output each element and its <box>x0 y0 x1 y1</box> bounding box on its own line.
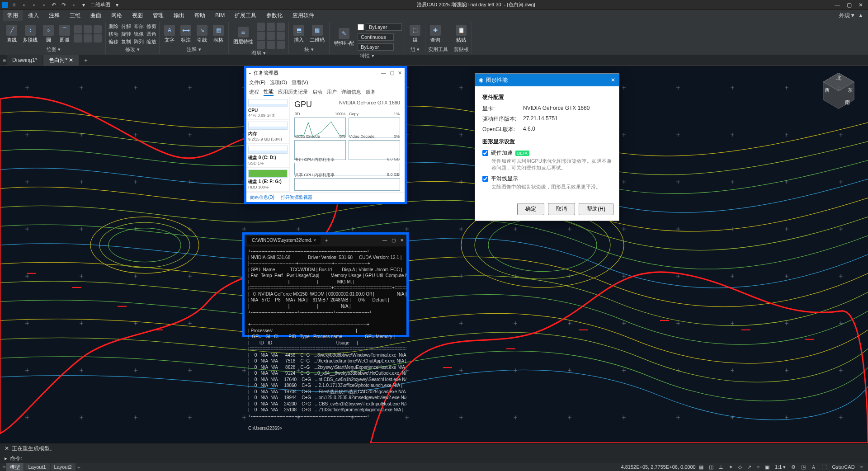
qat-save-icon[interactable]: ▫ <box>41 2 47 8</box>
panel-block-label[interactable]: 块 ▾ <box>292 45 326 53</box>
tm-tab-perf[interactable]: 性能 <box>264 88 274 96</box>
gdlg-smooth-checkbox[interactable]: 平滑线显示 <box>482 175 612 183</box>
ribbon-tab-3d[interactable]: 三维 <box>65 10 85 21</box>
cmd-scale[interactable]: 缩放 <box>146 38 156 45</box>
status-scale[interactable]: 1:1 ▾ <box>773 464 788 470</box>
status-iso-icon[interactable]: ◳ <box>799 464 808 470</box>
panel-layer-label[interactable]: 图层 ▾ <box>231 49 286 57</box>
panel-clip-label[interactable]: 剪贴板 <box>454 45 469 53</box>
cmd-fillet[interactable]: 圆角 <box>146 31 156 38</box>
tm-tab-start[interactable]: 启动 <box>312 89 322 95</box>
tm-openmon-link[interactable]: 打开资源监视器 <box>281 194 312 201</box>
close-button[interactable]: ✕ <box>855 1 866 9</box>
ribbon-tab-parametric[interactable]: 参数化 <box>262 10 287 21</box>
qat-open-icon[interactable]: ▫ <box>31 2 37 8</box>
qat-dropdown-icon[interactable]: ▾ <box>80 2 87 8</box>
cmd-run-icon[interactable]: ▸ <box>5 455 7 462</box>
menu-icon[interactable]: ≡ <box>11 2 17 8</box>
ribbon-tab-mesh[interactable]: 网格 <box>107 10 127 21</box>
qat-new-icon[interactable]: ▫ <box>21 2 27 8</box>
cmd-matchprop[interactable]: ✎特性匹配 <box>332 27 356 47</box>
color-select[interactable]: ByLayer <box>366 24 402 31</box>
panel-property-label[interactable]: 特性 ▾ <box>332 52 402 59</box>
terminal-window[interactable]: C:\WINDOWS\system32\cmd. × ＋ —▢✕ +------… <box>242 232 409 337</box>
ribbon-tab-home[interactable]: 常用 <box>3 10 23 21</box>
cmd-line[interactable]: ╱直线 <box>5 24 19 44</box>
cmd-rotate[interactable]: 旋转 <box>121 31 131 38</box>
gdlg-close-icon[interactable]: ✕ <box>611 77 615 83</box>
term-tab[interactable]: C:\WINDOWS\system32\cmd. × <box>247 236 321 245</box>
cmd-offset[interactable]: 偏移 <box>108 38 118 45</box>
tm-side-disk1[interactable]: 磁盘 1 (E: F: G:)HDD 100% <box>246 168 289 192</box>
tm-side-disk0[interactable]: 磁盘 0 (C: D:)SSD 1% <box>246 144 289 168</box>
workspace-dropdown-icon[interactable]: ▾ <box>114 2 120 8</box>
tm-max-icon[interactable]: ▢ <box>390 70 394 76</box>
panel-annotate-label[interactable]: 注释 ▾ <box>162 45 226 53</box>
cmd-qr[interactable]: ▩二维码 <box>308 24 326 44</box>
cmd-dim[interactable]: ⟷标注 <box>179 24 193 44</box>
cmd-text[interactable]: A文字 <box>162 24 177 44</box>
tm-tab-proc[interactable]: 进程 <box>249 89 259 95</box>
maximize-button[interactable]: ▢ <box>844 1 854 9</box>
lineweight-select[interactable]: ByLayer <box>358 43 394 51</box>
tm-tab-detail[interactable]: 详细信息 <box>341 89 361 95</box>
cmd-insert[interactable]: ⬒插入 <box>292 24 306 44</box>
status-gear-icon[interactable]: ⚙ <box>789 464 798 470</box>
cmd-group[interactable]: ⬚组 <box>408 24 422 44</box>
panel-util-label[interactable]: 实用工具 <box>428 45 448 53</box>
layout-tab-1[interactable]: Layout1 <box>24 463 49 471</box>
tm-tab-users[interactable]: 用户 <box>327 89 337 95</box>
ribbon-tab-apps[interactable]: 应用软件 <box>288 10 319 21</box>
status-grid-icon[interactable]: ▦ <box>697 464 706 470</box>
panel-modify-label[interactable]: 修改 ▾ <box>108 45 156 53</box>
layer-small-tools[interactable] <box>257 23 286 49</box>
doc-tab-2[interactable]: 色白河* ✕ <box>43 55 79 66</box>
ribbon-tab-surface[interactable]: 曲面 <box>86 10 106 21</box>
ribbon-tab-manage[interactable]: 管理 <box>148 10 168 21</box>
panel-group-label[interactable]: 组 ▾ <box>408 45 422 53</box>
cmd-measure[interactable]: ✚查询 <box>428 24 443 44</box>
status-menu-icon[interactable]: ≡ <box>858 464 865 470</box>
tm-side-cpu[interactable]: CPU44% 3.89 GHz <box>246 97 289 120</box>
ribbon-tab-bim[interactable]: BIM <box>211 10 229 20</box>
ribbon-tab-output[interactable]: 输出 <box>169 10 189 21</box>
drawing-canvas[interactable]: 北 西 东 上 南 ▪ 任务管理器 —▢✕ 文件(F) 选项(O) 查看(V) … <box>0 66 868 443</box>
graphics-perf-dialog[interactable]: ◉ 图形性能 ✕ 硬件配置 显卡:NVIDIA GeForce GTX 1660… <box>475 73 619 221</box>
tm-menu-options[interactable]: 选项(O) <box>270 79 287 86</box>
workspace-label[interactable]: 二维草图 <box>90 2 110 8</box>
cmd-circle[interactable]: ○圆 <box>41 24 56 44</box>
tm-menu-view[interactable]: 查看(V) <box>292 79 308 86</box>
cmd-leader[interactable]: ↘引线 <box>195 24 209 44</box>
panel-draw-label[interactable]: 绘图 ▾ <box>5 45 103 53</box>
status-snap-icon[interactable]: ◫ <box>707 464 716 470</box>
draw-small-tools[interactable] <box>74 25 103 42</box>
tm-less-link[interactable]: 简略信息(D) <box>250 194 274 201</box>
tm-menu-file[interactable]: 文件(F) <box>249 79 265 86</box>
gdlg-help-button[interactable]: 帮助(H) <box>579 203 613 215</box>
ribbon-tab-help[interactable]: 帮助 <box>190 10 210 21</box>
cmd-explode[interactable]: 分解 <box>121 23 131 30</box>
status-ortho-icon[interactable]: ⊥ <box>717 464 726 470</box>
cmd-paste[interactable]: 📋粘贴 <box>454 24 468 44</box>
cmd-expand-icon[interactable]: ✕ <box>5 445 9 452</box>
view-cube[interactable]: 北 西 东 上 南 <box>818 71 859 111</box>
qat-undo-icon[interactable]: ↶ <box>51 2 57 8</box>
task-manager-window[interactable]: ▪ 任务管理器 —▢✕ 文件(F) 选项(O) 查看(V) 进程 性能 应用历史… <box>244 66 407 204</box>
tm-min-icon[interactable]: — <box>381 70 386 76</box>
linetype-select[interactable]: Continuous <box>358 33 394 41</box>
layout-add-icon[interactable]: ＋ <box>76 464 81 471</box>
status-polar-icon[interactable]: ✦ <box>726 464 735 470</box>
minimize-button[interactable]: — <box>832 1 843 9</box>
qat-redo-icon[interactable]: ↷ <box>61 2 67 8</box>
cmd-copy[interactable]: 复制 <box>121 38 131 45</box>
ribbon-tab-annotate[interactable]: 注释 <box>44 10 64 21</box>
term-min-icon[interactable]: — <box>382 238 387 243</box>
doc-tab-close-icon[interactable]: ✕ <box>69 57 73 63</box>
ribbon-tab-view[interactable]: 视图 <box>127 10 147 21</box>
cmd-boolean[interactable]: 布尔 <box>134 23 144 30</box>
qat-print-icon[interactable]: ▫ <box>71 2 77 8</box>
layout-menu-icon[interactable]: ≡ <box>3 464 5 470</box>
cmd-move[interactable]: 移动 <box>108 31 118 38</box>
cmd-table[interactable]: ▦表格 <box>211 24 226 44</box>
status-anno-icon[interactable]: Ａ <box>809 464 818 471</box>
